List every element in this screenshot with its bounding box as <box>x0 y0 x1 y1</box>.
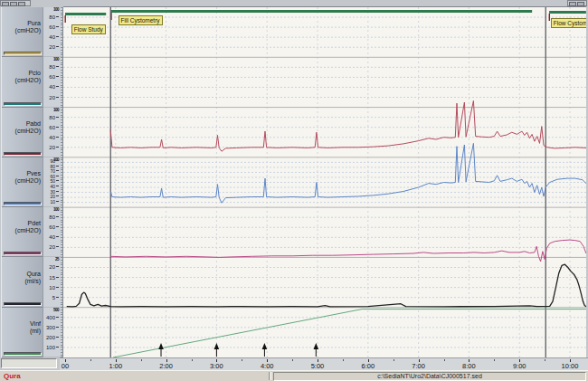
scale-tick-value: 20 <box>49 264 55 270</box>
scale-tick-label: 20 <box>49 264 59 270</box>
tick-mark-icon <box>56 236 59 237</box>
tick-mark-icon <box>56 186 59 186</box>
scale-tick-value: 200 <box>46 335 55 340</box>
x-axis-tick-label: 6:00 <box>361 362 375 370</box>
scale-tick-label: 60 <box>49 125 59 130</box>
urodynamics-app-window: Pura(cmH2O)Pclo(cmH2O)Pabd(cmH2O)Pves(cm… <box>0 0 588 381</box>
channel-block-vinf[interactable]: Vinf(ml) <box>2 308 43 357</box>
phase-bar <box>549 11 586 14</box>
tick-mark-icon <box>56 170 59 171</box>
tick-mark-icon <box>56 176 59 176</box>
phase-label-fill-cystometry[interactable]: Fill Cystometry <box>119 15 163 25</box>
channel-label: Pves(cmH2O) <box>15 170 41 185</box>
scale-tick-value: 300 <box>46 325 55 330</box>
channel-label: Pura(cmH2O) <box>15 20 41 34</box>
x-axis-tick-label: 4:00 <box>261 362 274 370</box>
channel-block-pabd[interactable]: Pabd(cmH2O) <box>2 108 43 157</box>
scale-tick-label: 60 <box>49 74 59 80</box>
scale-tick-label: 40 <box>49 84 59 90</box>
channel-unit: (cmH2O) <box>15 77 41 84</box>
scale-tick-value: 80 <box>49 214 55 220</box>
tick-mark-icon <box>56 180 59 181</box>
tick-mark-icon <box>56 160 59 161</box>
tick-mark-icon <box>56 97 59 98</box>
horizontal-gridlines <box>63 17 586 348</box>
scale-block-pdet: 10080604020 <box>43 207 63 257</box>
tick-mark-icon <box>56 127 59 128</box>
scale-tick-value: 20 <box>49 145 55 150</box>
scale-tick-value: 80 <box>49 64 55 70</box>
scale-tick-value: 10 <box>50 199 55 205</box>
scale-tick-label: 100 <box>46 345 59 350</box>
scale-tick-value: 40 <box>49 135 55 140</box>
scale-block-vinf: 500400300200100 <box>43 308 63 357</box>
scale-tick-value: 400 <box>46 315 55 320</box>
tick-mark-icon <box>56 195 59 196</box>
x-axis-tick-label: 7:00 <box>412 362 425 370</box>
channel-name: Pclo <box>15 70 41 77</box>
scale-tick-label: 80 <box>49 214 59 220</box>
channel-unit: (cmH2O) <box>15 128 41 135</box>
x-axis-tick-label: 2:00 <box>159 362 173 370</box>
scale-tick-label: 400 <box>46 315 59 320</box>
scale-tick-label: 60 <box>49 224 59 230</box>
scale-tick-label: 20 <box>49 244 59 250</box>
channel-block-pves[interactable]: Pves(cmH2O) <box>2 157 43 207</box>
window-button-icon[interactable] <box>18 2 25 6</box>
channel-label: Qura(ml/s) <box>25 271 42 285</box>
plot-area[interactable]: Flow StudyFill CystometryFlow Cystometry <box>63 7 586 357</box>
scale-tick-label: 40 <box>49 34 59 40</box>
channel-block-pura[interactable]: Pura(cmH2O) <box>2 7 43 57</box>
channel-color-bar-pura <box>4 52 42 55</box>
channel-label: Pdet(cmH2O) <box>15 220 41 234</box>
tick-mark-icon <box>56 16 59 17</box>
tick-mark-icon <box>56 117 59 118</box>
x-axis-minor-tick <box>90 359 91 361</box>
scale-tick-value: 80 <box>49 115 55 120</box>
scale-tick-label: 80 <box>49 115 59 120</box>
channel-block-qura[interactable]: Qura(ml/s) <box>2 257 43 307</box>
scale-max-label: 100 <box>53 108 59 112</box>
tick-mark-icon <box>56 327 59 328</box>
window-button-icon[interactable] <box>569 2 576 6</box>
window-button-icon[interactable] <box>10 2 17 6</box>
channel-color-bar-vinf <box>4 352 42 356</box>
tick-mark-icon <box>56 26 59 27</box>
tick-mark-icon <box>56 347 59 348</box>
window-fragment-top-left[interactable] <box>0 0 31 6</box>
x-axis-left-box <box>1 358 57 368</box>
channel-unit: (cmH2O) <box>15 27 41 34</box>
x-axis-minor-tick <box>444 359 445 361</box>
scale-tick-value: 40 <box>49 34 55 40</box>
scale-tick-label: 300 <box>46 325 59 330</box>
channel-name: Pura <box>15 20 41 27</box>
scale-tick-label: 5 <box>52 295 59 300</box>
window-button-icon[interactable] <box>2 2 9 6</box>
scale-tick-label: 15 <box>49 275 59 281</box>
tick-mark-icon <box>56 246 59 247</box>
tick-mark-icon <box>56 36 59 37</box>
scale-max-label: 100 <box>53 207 59 212</box>
phase-bar <box>111 10 532 13</box>
scale-max-label: 500 <box>53 308 59 312</box>
window-button-icon[interactable] <box>577 2 584 6</box>
channel-unit: (cmH2O) <box>15 227 41 234</box>
channel-name: Pabd <box>15 120 41 128</box>
channel-label: Pclo(cmH2O) <box>15 70 41 84</box>
phase-label-flow-study[interactable]: Flow Study <box>71 24 106 34</box>
scale-tick-value: 40 <box>49 234 55 240</box>
x-axis-tick-label: 9:00 <box>513 362 526 370</box>
channel-name: Pdet <box>15 220 41 227</box>
window-fragment-top-right[interactable] <box>567 0 587 6</box>
channel-name: Vinf <box>30 320 41 328</box>
x-axis-tick-label: 10:00 <box>562 362 579 370</box>
scale-tick-value: 5 <box>52 295 55 300</box>
tick-mark-icon <box>56 226 59 227</box>
channel-label: Vinf(ml) <box>30 320 41 335</box>
channel-block-pclo[interactable]: Pclo(cmH2O) <box>2 57 43 107</box>
trace-pdet <box>110 240 586 262</box>
event-arrow-icon <box>262 343 268 349</box>
tick-mark-icon <box>56 76 59 77</box>
channel-block-pdet[interactable]: Pdet(cmH2O) <box>2 207 43 257</box>
phase-label-flow-cystometry[interactable]: Flow Cystometry <box>551 18 586 28</box>
